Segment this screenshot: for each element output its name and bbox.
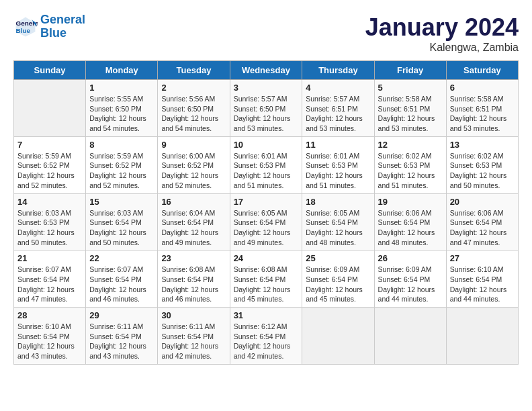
calendar-cell: 13Sunrise: 6:02 AMSunset: 6:53 PMDayligh…	[446, 136, 518, 193]
calendar-cell: 4Sunrise: 5:57 AMSunset: 6:51 PMDaylight…	[302, 80, 374, 137]
calendar-cell: 21Sunrise: 6:07 AMSunset: 6:54 PMDayligh…	[14, 250, 86, 308]
calendar-cell: 29Sunrise: 6:11 AMSunset: 6:54 PMDayligh…	[86, 308, 158, 365]
day-info: Sunrise: 6:12 AMSunset: 6:54 PMDaylight:…	[234, 322, 299, 361]
day-info: Sunrise: 6:07 AMSunset: 6:54 PMDaylight:…	[17, 265, 82, 304]
calendar-cell: 12Sunrise: 6:02 AMSunset: 6:53 PMDayligh…	[374, 136, 446, 193]
day-info: Sunrise: 5:55 AMSunset: 6:50 PMDaylight:…	[89, 94, 154, 134]
day-number: 22	[89, 253, 154, 263]
day-number: 28	[17, 310, 82, 320]
day-info: Sunrise: 6:00 AMSunset: 6:52 PMDaylight:…	[161, 151, 226, 191]
weekday-header-thursday: Thursday	[302, 61, 374, 80]
day-info: Sunrise: 6:07 AMSunset: 6:54 PMDaylight:…	[89, 265, 154, 304]
day-info: Sunrise: 5:59 AMSunset: 6:52 PMDaylight:…	[17, 151, 82, 191]
day-number: 13	[450, 140, 515, 150]
day-number: 2	[161, 83, 226, 93]
title-block: January 2024 Kalengwa, Zambia	[365, 13, 519, 54]
calendar-table: SundayMondayTuesdayWednesdayThursdayFrid…	[13, 60, 519, 365]
logo: General Blue GeneralBlue	[13, 13, 85, 40]
day-info: Sunrise: 5:58 AMSunset: 6:51 PMDaylight:…	[378, 94, 443, 134]
day-number: 4	[306, 83, 370, 93]
day-number: 10	[234, 140, 299, 150]
calendar-cell: 15Sunrise: 6:03 AMSunset: 6:54 PMDayligh…	[86, 193, 158, 250]
week-row-4: 21Sunrise: 6:07 AMSunset: 6:54 PMDayligh…	[14, 250, 519, 308]
day-info: Sunrise: 6:05 AMSunset: 6:54 PMDaylight:…	[234, 208, 299, 248]
page-header: General Blue GeneralBlue January 2024 Ka…	[13, 13, 519, 54]
day-info: Sunrise: 6:11 AMSunset: 6:54 PMDaylight:…	[89, 322, 154, 361]
calendar-cell: 25Sunrise: 6:09 AMSunset: 6:54 PMDayligh…	[302, 250, 374, 308]
calendar-cell	[374, 308, 446, 365]
day-info: Sunrise: 6:09 AMSunset: 6:54 PMDaylight:…	[306, 265, 370, 304]
calendar-cell: 14Sunrise: 6:03 AMSunset: 6:53 PMDayligh…	[14, 193, 86, 250]
week-row-3: 14Sunrise: 6:03 AMSunset: 6:53 PMDayligh…	[14, 193, 519, 250]
day-number: 21	[17, 253, 82, 263]
weekday-header-saturday: Saturday	[446, 61, 518, 80]
day-number: 31	[234, 310, 299, 320]
day-info: Sunrise: 6:10 AMSunset: 6:54 PMDaylight:…	[450, 265, 515, 304]
day-number: 18	[306, 197, 370, 207]
day-number: 20	[450, 197, 515, 207]
week-row-1: 1Sunrise: 5:55 AMSunset: 6:50 PMDaylight…	[14, 80, 519, 137]
day-number: 15	[89, 197, 154, 207]
calendar-cell: 17Sunrise: 6:05 AMSunset: 6:54 PMDayligh…	[230, 193, 302, 250]
calendar-cell: 2Sunrise: 5:56 AMSunset: 6:50 PMDaylight…	[158, 80, 230, 137]
day-number: 23	[161, 253, 226, 263]
day-number: 12	[378, 140, 443, 150]
day-info: Sunrise: 6:01 AMSunset: 6:53 PMDaylight:…	[234, 151, 299, 191]
day-info: Sunrise: 6:06 AMSunset: 6:54 PMDaylight:…	[378, 208, 443, 248]
calendar-cell: 28Sunrise: 6:10 AMSunset: 6:54 PMDayligh…	[14, 308, 86, 365]
day-info: Sunrise: 6:03 AMSunset: 6:54 PMDaylight:…	[89, 208, 154, 248]
day-number: 17	[234, 197, 299, 207]
day-info: Sunrise: 6:09 AMSunset: 6:54 PMDaylight:…	[378, 265, 443, 304]
day-number: 16	[161, 197, 226, 207]
calendar-cell: 24Sunrise: 6:08 AMSunset: 6:54 PMDayligh…	[230, 250, 302, 308]
logo-text: GeneralBlue	[40, 13, 85, 40]
calendar-cell: 26Sunrise: 6:09 AMSunset: 6:54 PMDayligh…	[374, 250, 446, 308]
day-info: Sunrise: 6:10 AMSunset: 6:54 PMDaylight:…	[17, 322, 82, 361]
calendar-cell: 1Sunrise: 5:55 AMSunset: 6:50 PMDaylight…	[86, 80, 158, 137]
calendar-cell: 16Sunrise: 6:04 AMSunset: 6:54 PMDayligh…	[158, 193, 230, 250]
calendar-cell: 20Sunrise: 6:06 AMSunset: 6:54 PMDayligh…	[446, 193, 518, 250]
weekday-header-sunday: Sunday	[14, 61, 86, 80]
calendar-cell: 18Sunrise: 6:05 AMSunset: 6:54 PMDayligh…	[302, 193, 374, 250]
day-number: 6	[450, 83, 515, 93]
day-number: 5	[378, 83, 443, 93]
day-info: Sunrise: 5:56 AMSunset: 6:50 PMDaylight:…	[161, 94, 226, 134]
calendar-cell: 5Sunrise: 5:58 AMSunset: 6:51 PMDaylight…	[374, 80, 446, 137]
day-info: Sunrise: 6:01 AMSunset: 6:53 PMDaylight:…	[306, 151, 370, 191]
location-subtitle: Kalengwa, Zambia	[365, 42, 519, 54]
day-info: Sunrise: 5:57 AMSunset: 6:50 PMDaylight:…	[234, 94, 299, 134]
day-number: 26	[378, 253, 443, 263]
calendar-cell	[446, 308, 518, 365]
calendar-cell: 23Sunrise: 6:08 AMSunset: 6:54 PMDayligh…	[158, 250, 230, 308]
calendar-cell: 19Sunrise: 6:06 AMSunset: 6:54 PMDayligh…	[374, 193, 446, 250]
weekday-header-monday: Monday	[86, 61, 158, 80]
day-info: Sunrise: 6:02 AMSunset: 6:53 PMDaylight:…	[450, 151, 515, 191]
calendar-cell: 11Sunrise: 6:01 AMSunset: 6:53 PMDayligh…	[302, 136, 374, 193]
day-info: Sunrise: 6:02 AMSunset: 6:53 PMDaylight:…	[378, 151, 443, 191]
day-number: 30	[161, 310, 226, 320]
calendar-cell: 27Sunrise: 6:10 AMSunset: 6:54 PMDayligh…	[446, 250, 518, 308]
weekday-header-tuesday: Tuesday	[158, 61, 230, 80]
day-number: 14	[17, 197, 82, 207]
day-info: Sunrise: 5:59 AMSunset: 6:52 PMDaylight:…	[89, 151, 154, 191]
day-number: 19	[378, 197, 443, 207]
calendar-cell	[14, 80, 86, 137]
calendar-cell: 31Sunrise: 6:12 AMSunset: 6:54 PMDayligh…	[230, 308, 302, 365]
calendar-body: 1Sunrise: 5:55 AMSunset: 6:50 PMDaylight…	[14, 80, 519, 365]
month-title: January 2024	[365, 13, 519, 42]
day-info: Sunrise: 6:06 AMSunset: 6:54 PMDaylight:…	[450, 208, 515, 248]
calendar-cell: 8Sunrise: 5:59 AMSunset: 6:52 PMDaylight…	[86, 136, 158, 193]
day-number: 8	[89, 140, 154, 150]
day-number: 11	[306, 140, 370, 150]
day-info: Sunrise: 6:08 AMSunset: 6:54 PMDaylight:…	[161, 265, 226, 304]
day-number: 1	[89, 83, 154, 93]
week-row-5: 28Sunrise: 6:10 AMSunset: 6:54 PMDayligh…	[14, 308, 519, 365]
day-number: 25	[306, 253, 370, 263]
calendar-cell	[302, 308, 374, 365]
calendar-cell: 10Sunrise: 6:01 AMSunset: 6:53 PMDayligh…	[230, 136, 302, 193]
day-info: Sunrise: 6:05 AMSunset: 6:54 PMDaylight:…	[306, 208, 370, 248]
day-number: 24	[234, 253, 299, 263]
day-info: Sunrise: 6:08 AMSunset: 6:54 PMDaylight:…	[234, 265, 299, 304]
day-number: 9	[161, 140, 226, 150]
weekday-header-friday: Friday	[374, 61, 446, 80]
